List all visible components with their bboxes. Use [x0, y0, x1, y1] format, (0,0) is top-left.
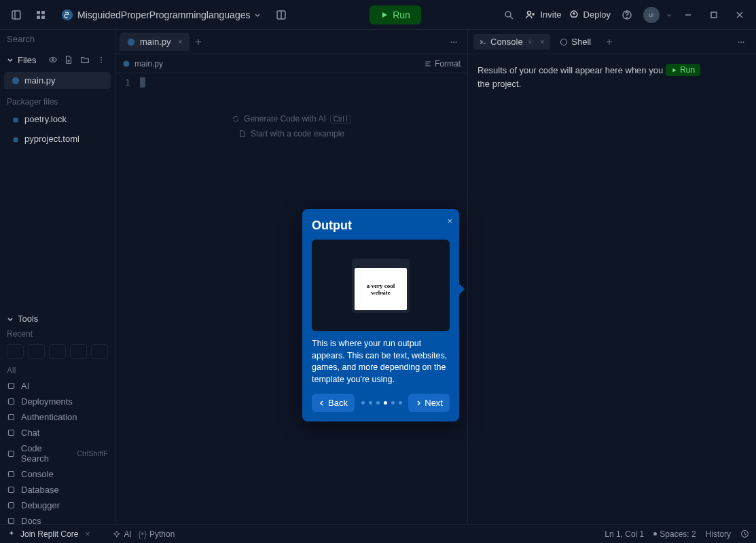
settings-icon[interactable]: [526, 38, 534, 45]
layout-button[interactable]: [272, 5, 291, 24]
run-button[interactable]: Run: [370, 5, 421, 24]
svg-point-42: [128, 38, 135, 45]
svg-point-9: [505, 12, 511, 17]
svg-rect-35: [8, 471, 14, 476]
file-item[interactable]: poetry.lock: [4, 111, 111, 128]
cursor-position[interactable]: Ln 1, Col 1: [605, 529, 644, 539]
tool-icon: [7, 485, 16, 494]
tool-item[interactable]: Database: [0, 482, 115, 498]
history-button[interactable]: History: [706, 529, 731, 539]
deploy-button[interactable]: Deploy: [569, 10, 611, 20]
shell-tab[interactable]: Shell: [554, 34, 596, 50]
new-tab-button[interactable]: [31, 5, 50, 24]
file-item-main[interactable]: main.py: [4, 72, 111, 89]
tab-add-button[interactable]: +: [606, 36, 612, 48]
recent-slot[interactable]: [49, 344, 66, 359]
recent-slot[interactable]: [91, 344, 108, 359]
refresh-icon: [232, 115, 240, 123]
search-button[interactable]: [499, 5, 518, 24]
python-file-icon: [126, 37, 136, 47]
terminal-icon: [479, 38, 487, 46]
tool-item[interactable]: AI: [0, 378, 115, 394]
toggle-sidebar-button[interactable]: [7, 5, 26, 24]
python-file-icon: [11, 76, 20, 86]
recent-slot[interactable]: [28, 344, 45, 359]
output-preview: a very cool website: [312, 240, 450, 331]
svg-rect-33: [8, 430, 14, 435]
window-maximize-button[interactable]: [704, 5, 723, 24]
indent-status[interactable]: Spaces: 2: [653, 529, 696, 539]
join-core-link[interactable]: Join Replit Core: [7, 529, 78, 539]
eye-icon[interactable]: [48, 55, 58, 64]
files-section-title: Files: [18, 55, 44, 65]
code-example-hint[interactable]: Start with a code example: [238, 129, 344, 138]
tab-more-button[interactable]: [444, 33, 463, 52]
tab-close-button[interactable]: ×: [540, 37, 545, 47]
step-dot[interactable]: [369, 401, 372, 405]
tool-icon: [7, 501, 16, 510]
chevron-down-icon: [666, 12, 672, 18]
step-dot[interactable]: [399, 401, 402, 405]
next-button[interactable]: Next: [408, 394, 450, 412]
search-input[interactable]: Search: [0, 30, 115, 49]
tool-item[interactable]: Chat: [0, 425, 115, 441]
chevron-down-icon[interactable]: [7, 316, 14, 322]
step-dot[interactable]: [376, 401, 380, 405]
recent-slot[interactable]: [7, 344, 24, 359]
svg-point-25: [101, 59, 102, 60]
tool-item[interactable]: Debugger: [0, 498, 115, 513]
new-file-button[interactable]: [62, 53, 75, 67]
avatar[interactable]: ur: [643, 7, 660, 23]
svg-point-53: [740, 41, 742, 43]
recent-slot[interactable]: [70, 344, 87, 359]
svg-point-6: [62, 9, 73, 20]
svg-rect-30: [8, 383, 14, 388]
inline-run-chip: Run: [666, 64, 700, 76]
files-more-button[interactable]: [94, 53, 108, 67]
generate-ai-hint[interactable]: Generate Code with AI Ctrl I: [232, 114, 351, 124]
repl-name-dropdown[interactable]: MisguidedProperProgramminglanguages: [56, 6, 266, 24]
step-dot[interactable]: [391, 401, 395, 405]
invite-button[interactable]: Invite: [525, 10, 561, 20]
popover-body: This is where your run output appears. T…: [312, 338, 450, 386]
breadcrumb[interactable]: main.py: [134, 59, 163, 69]
tab-close-button[interactable]: ×: [178, 37, 183, 47]
packager-label: Packager files: [0, 90, 115, 109]
language-status[interactable]: {•} Python: [139, 529, 175, 539]
svg-point-43: [451, 41, 452, 43]
popover-close-button[interactable]: ×: [447, 216, 452, 226]
history-icon[interactable]: [740, 529, 749, 538]
step-dot[interactable]: [384, 401, 387, 405]
format-button[interactable]: Format: [424, 59, 461, 69]
step-dot[interactable]: [361, 401, 365, 405]
tab-more-button[interactable]: [732, 33, 751, 52]
preview-text: a very cool website: [355, 268, 407, 310]
tool-item[interactable]: Docs: [0, 513, 115, 524]
svg-point-21: [52, 59, 54, 61]
format-icon: [424, 60, 432, 68]
tool-item[interactable]: Authentication: [0, 409, 115, 425]
editor-tab[interactable]: main.py ×: [120, 33, 190, 51]
tool-item[interactable]: Console: [0, 466, 115, 482]
tool-item[interactable]: Deployments: [0, 394, 115, 409]
svg-point-45: [456, 41, 457, 43]
chevron-down-icon: [254, 12, 261, 18]
close-join-button[interactable]: ×: [85, 529, 90, 539]
tab-add-button[interactable]: +: [195, 36, 201, 48]
tool-item[interactable]: Code SearchCtrlShiftF: [0, 441, 115, 466]
console-tab[interactable]: Console ×: [473, 34, 550, 50]
svg-rect-37: [8, 502, 14, 508]
new-folder-button[interactable]: [78, 53, 92, 67]
window-close-button[interactable]: [730, 5, 749, 24]
line-number: 1: [125, 77, 130, 88]
svg-point-14: [573, 13, 575, 14]
ai-status[interactable]: AI: [113, 529, 131, 539]
document-icon: [238, 130, 247, 138]
back-button[interactable]: Back: [312, 394, 355, 412]
file-item[interactable]: pyproject.toml: [4, 130, 111, 147]
tool-icon: [7, 413, 16, 422]
chevron-down-icon[interactable]: [7, 56, 14, 63]
help-button[interactable]: [617, 5, 636, 24]
window-minimize-button[interactable]: [679, 5, 698, 24]
svg-rect-5: [41, 16, 45, 19]
